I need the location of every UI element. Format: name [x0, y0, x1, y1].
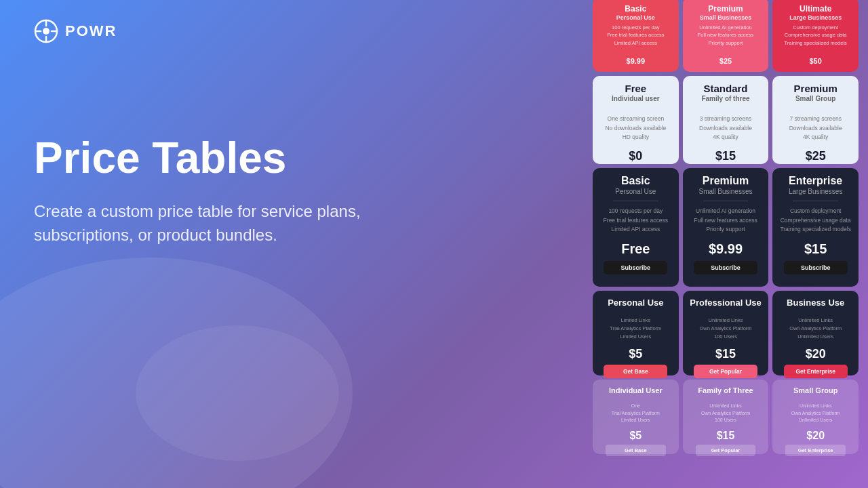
card-features: OneTrial Analytics PlatformLimited Users: [612, 403, 660, 424]
subscribe-premium-button[interactable]: Subscribe: [694, 261, 757, 274]
divider: [703, 201, 748, 201]
card-standard-family: Standard Family of three 3 streaming scr…: [683, 76, 769, 164]
card-features: Limited LinksTrial Analytics PlatformLim…: [610, 317, 661, 341]
card-family-three: Family of Three Unlimited LinksOwn Analy…: [683, 380, 769, 454]
left-content: Price Tables Create a custom price table…: [34, 136, 373, 247]
card-individual-user: Individual User OneTrial Analytics Platf…: [593, 380, 679, 454]
card-subtitle: Large Businesses: [789, 14, 842, 21]
tier-label: Personal Use: [608, 298, 663, 308]
card-subtitle: Small Businesses: [700, 14, 752, 21]
card-features: Custom deploymentComprehensive usage dat…: [785, 24, 847, 47]
card-business-use: Business Use Unlimited LinksOwn Analytic…: [772, 291, 859, 375]
tier-label: Premium: [703, 175, 749, 187]
card-features: Unlimited LinksOwn Analytics Platform100…: [699, 317, 751, 341]
card-price: $15: [804, 241, 827, 257]
card-features: 100 requests per dayFree trial features …: [607, 24, 664, 47]
logo-text: POWR: [65, 22, 117, 40]
tier-label: Professional Use: [690, 298, 762, 308]
card-row-3: Basic Personal Use 100 requests per dayF…: [593, 168, 859, 287]
tier-label: Premium: [794, 83, 837, 94]
page-title: Price Tables: [34, 136, 373, 181]
card-subtitle: Personal Use: [616, 14, 655, 21]
card-price: $20: [806, 347, 826, 361]
card-features: Unlimited AI generationFull new features…: [694, 207, 757, 235]
card-price: $50: [810, 57, 822, 65]
card-price: $15: [717, 430, 735, 442]
card-premium-small-biz: Premium Small Businesses Unlimited AI ge…: [683, 0, 769, 72]
tier-label: Ultimate: [800, 4, 831, 14]
tier-label: Enterprise: [789, 175, 842, 187]
get-popular-button[interactable]: Get Popular: [694, 365, 757, 378]
card-features: Unlimited LinksOwn Analytics PlatformUnl…: [791, 403, 840, 424]
divider: [613, 201, 658, 201]
get-popular-bottom-button[interactable]: Get Popular: [696, 445, 756, 456]
card-features: 7 streaming screensDownloads available4K…: [789, 115, 842, 142]
card-enterprise-ai: Enterprise Large Businesses Custom deplo…: [772, 168, 859, 287]
subscribe-enterprise-button[interactable]: Subscribe: [784, 261, 848, 274]
get-base-button[interactable]: Get Base: [604, 365, 667, 378]
card-features: Unlimited AI generationFull new features…: [698, 24, 754, 47]
tier-label: Standard: [704, 83, 748, 94]
card-row-2: Free Individual user One streaming scree…: [593, 76, 859, 164]
card-basic-personal: Basic Personal Use 100 requests per dayF…: [593, 0, 679, 72]
get-enterprise-button[interactable]: Get Enterprise: [784, 365, 848, 378]
card-price: $5: [629, 430, 642, 442]
card-row-4: Personal Use Limited LinksTrial Analytic…: [593, 291, 859, 375]
card-features: Unlimited LinksOwn Analytics PlatformUnl…: [789, 317, 842, 341]
card-price: $20: [806, 430, 825, 442]
card-price: $0: [629, 149, 642, 163]
tier-label: Basic: [621, 175, 650, 187]
tier-label: Premium: [708, 4, 743, 14]
card-row-5: Individual User OneTrial Analytics Platf…: [593, 380, 859, 454]
card-premium-small-group: Premium Small Group 7 streaming screensD…: [772, 76, 859, 164]
svg-point-1: [43, 28, 50, 35]
card-ultimate-large-biz: Ultimate Large Businesses Custom deploym…: [772, 0, 859, 72]
card-price: $15: [715, 347, 736, 361]
tier-label: Business Use: [787, 298, 844, 308]
card-subtitle: Small Group: [795, 95, 835, 102]
card-features: Custom deploymentComprehensive usage dat…: [780, 207, 851, 235]
card-features: 3 streaming screensDownloads available4K…: [699, 115, 752, 142]
tier-label: Family of Three: [698, 386, 753, 394]
card-row-1: Basic Personal Use 100 requests per dayF…: [593, 0, 859, 72]
card-price: $15: [715, 149, 736, 163]
tier-label: Individual User: [609, 386, 663, 394]
card-subtitle: Individual user: [612, 95, 660, 102]
card-personal-use: Personal Use Limited LinksTrial Analytic…: [593, 291, 679, 375]
price-tables-area: Basic Personal Use 100 requests per dayF…: [583, 0, 868, 488]
card-subtitle: Personal Use: [615, 188, 656, 195]
card-free-individual: Free Individual user One streaming scree…: [593, 76, 679, 164]
card-premium-ai: Premium Small Businesses Unlimited AI ge…: [683, 168, 769, 287]
divider: [793, 201, 837, 201]
logo: POWR: [34, 19, 117, 43]
card-subtitle: Family of three: [701, 95, 749, 102]
powr-icon: [34, 19, 58, 43]
card-professional-use: Professional Use Unlimited LinksOwn Anal…: [683, 291, 769, 375]
card-price: $25: [806, 149, 826, 163]
tier-label: Small Group: [793, 386, 837, 394]
page-description: Create a custom price table for service …: [34, 200, 373, 247]
get-base-bottom-button[interactable]: Get Base: [606, 445, 666, 456]
card-features: One streaming screenNo downloads availab…: [605, 115, 666, 142]
card-small-group: Small Group Unlimited LinksOwn Analytics…: [772, 380, 859, 454]
card-price: $9.99: [627, 57, 646, 65]
subscribe-basic-button[interactable]: Subscribe: [604, 261, 667, 274]
card-subtitle: Small Businesses: [699, 188, 753, 195]
card-basic-api: Basic Personal Use 100 requests per dayF…: [593, 168, 679, 287]
card-price: $9.99: [709, 241, 743, 257]
tier-label: Free: [625, 83, 646, 94]
card-price: $5: [629, 347, 642, 361]
card-features: 100 requests per dayFree trial features …: [604, 207, 668, 235]
card-price: Free: [621, 241, 650, 257]
card-features: Unlimited LinksOwn Analytics Platform100…: [701, 403, 750, 424]
card-subtitle: Large Businesses: [789, 188, 843, 195]
card-price: $25: [719, 57, 732, 65]
tier-label: Basic: [625, 4, 646, 14]
get-enterprise-bottom-button[interactable]: Get Enterprise: [785, 445, 846, 456]
